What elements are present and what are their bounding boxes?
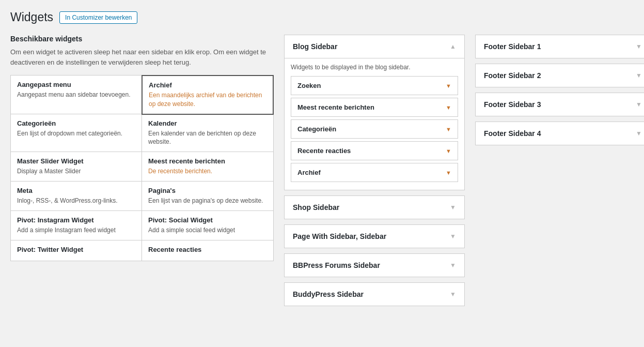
blog-sidebar-body: Widgets to be displayed in the blog side… <box>285 58 464 190</box>
blog-sidebar-panel: Blog Sidebar ▲ Widgets to be displayed i… <box>284 35 465 190</box>
widget-item[interactable]: Meest recente berichtenDe recentste beri… <box>142 152 273 182</box>
collapsed-sidebar-chevron: ▼ <box>450 204 456 211</box>
sidebar-widget-title: Zoeken <box>297 82 321 89</box>
footer-sidebar-chevron: ▼ <box>636 43 642 50</box>
collapsed-sidebar-panel: BBPress Forums Sidebar ▼ <box>284 253 465 277</box>
widget-item[interactable]: ArchiefEen maandelijks archief van de be… <box>142 75 274 115</box>
widget-item-desc: Add a simple social feed widget <box>148 226 267 235</box>
footer-sidebar-chevron: ▼ <box>636 130 642 137</box>
widget-item[interactable]: Pivot: Instagram WidgetAdd a simple Inst… <box>11 211 142 240</box>
collapsed-sidebar-header[interactable]: Page With Sidebar, Sidebar ▼ <box>285 225 464 248</box>
blog-sidebar-column: Blog Sidebar ▲ Widgets to be displayed i… <box>284 35 465 311</box>
widget-item-desc: Een lijst of dropdown met categorieën. <box>17 129 135 138</box>
widget-item-title: Master Slider Widget <box>17 157 135 165</box>
widget-item-desc: Een kalender van de berichten op deze we… <box>148 129 267 147</box>
footer-sidebar-title: Footer Sidebar 1 <box>484 42 541 51</box>
widget-item-desc: Een maandelijks archief van de berichten… <box>149 91 266 109</box>
collapsed-sidebar-title: BuddyPress Sidebar <box>293 290 364 298</box>
footer-sidebar-title: Footer Sidebar 4 <box>484 129 541 138</box>
widget-item-desc: Inlog-, RSS-, & WordPress.org-links. <box>17 197 135 205</box>
widget-item-desc: Add a simple Instagram feed widget <box>17 226 135 235</box>
footer-sidebar-header[interactable]: Footer Sidebar 2 ▼ <box>476 64 644 87</box>
footer-sidebar-panel: Footer Sidebar 1 ▼ <box>475 35 644 58</box>
widget-item[interactable]: Recente reacties <box>142 240 273 261</box>
page-title: Widgets <box>10 10 53 24</box>
widget-item-title: Aangepast menu <box>17 81 135 88</box>
customizer-button[interactable]: In Customizer bewerken <box>59 11 137 24</box>
footer-sidebar-title: Footer Sidebar 2 <box>484 71 541 80</box>
widget-item-title: Recente reacties <box>148 246 267 253</box>
sidebar-widget-item[interactable]: Meest recente berichten▼ <box>291 98 458 117</box>
collapsed-sidebar-chevron: ▼ <box>450 233 456 240</box>
collapsed-sidebar-panel: Shop Sidebar ▼ <box>284 195 465 219</box>
footer-sidebar-header[interactable]: Footer Sidebar 3 ▼ <box>476 93 644 116</box>
widget-item-desc: De recentste berichten. <box>148 167 267 176</box>
collapsed-sidebar-header[interactable]: Shop Sidebar ▼ <box>285 196 464 219</box>
widget-item-title: Meest recente berichten <box>148 157 267 165</box>
sidebar-widget-title: Meest recente berichten <box>297 103 374 111</box>
widget-item-desc: Display a Master Slider <box>17 167 135 176</box>
widget-item-title: Categorieën <box>17 119 135 127</box>
widget-item-title: Pivot: Twitter Widget <box>17 246 135 253</box>
collapsed-sidebar-title: BBPress Forums Sidebar <box>293 261 380 269</box>
sidebar-widget-chevron: ▼ <box>446 104 451 111</box>
available-widgets-heading: Beschikbare widgets <box>10 35 274 43</box>
footer-sidebar-chevron: ▼ <box>636 72 642 79</box>
collapsed-sidebar-title: Shop Sidebar <box>293 203 339 212</box>
footer-sidebar-header[interactable]: Footer Sidebar 4 ▼ <box>476 122 644 145</box>
sidebar-widget-chevron: ▼ <box>446 148 451 154</box>
collapsed-sidebar-chevron: ▼ <box>450 291 456 298</box>
sidebar-widget-item[interactable]: Archief▼ <box>291 163 458 182</box>
widget-item[interactable]: Pivot: Social WidgetAdd a simple social … <box>142 211 273 240</box>
widgets-grid: Aangepast menuAangepast menu aan sidebar… <box>10 75 274 261</box>
widget-item-title: Pagina's <box>148 187 267 194</box>
sidebars-area: Blog Sidebar ▲ Widgets to be displayed i… <box>284 35 644 311</box>
widget-item-title: Meta <box>17 187 135 194</box>
widget-item[interactable]: Pagina'sEen lijst van de pagina's op dez… <box>142 182 273 211</box>
sidebar-widget-title: Recente reacties <box>297 147 351 155</box>
collapsed-sidebar-header[interactable]: BBPress Forums Sidebar ▼ <box>285 254 464 277</box>
widget-item-title: Pivot: Social Widget <box>148 216 267 224</box>
collapsed-sidebar-header[interactable]: BuddyPress Sidebar ▼ <box>285 283 464 306</box>
widget-item[interactable]: MetaInlog-, RSS-, & WordPress.org-links. <box>11 182 142 211</box>
widget-item-desc: Aangepast menu aan sidebar toevoegen. <box>17 90 135 99</box>
widget-item[interactable]: CategorieënEen lijst of dropdown met cat… <box>11 114 142 153</box>
sidebar-widget-chevron: ▼ <box>446 170 451 176</box>
footer-sidebars-column: Footer Sidebar 1 ▼ Footer Sidebar 2 ▼ Fo… <box>475 35 644 311</box>
sidebar-widget-item[interactable]: Recente reacties▼ <box>291 141 458 160</box>
widget-item[interactable]: Aangepast menuAangepast menu aan sidebar… <box>11 76 142 114</box>
widget-item-title: Archief <box>149 81 266 89</box>
footer-sidebar-panel: Footer Sidebar 2 ▼ <box>475 64 644 87</box>
collapsed-sidebar-title: Page With Sidebar, Sidebar <box>293 232 386 240</box>
blog-sidebar-title: Blog Sidebar <box>293 42 337 51</box>
sidebar-widget-chevron: ▼ <box>446 83 451 89</box>
sidebar-widget-title: Categorieën <box>297 125 336 133</box>
collapsed-sidebar-panel: BuddyPress Sidebar ▼ <box>284 282 465 306</box>
sidebar-widget-item[interactable]: Categorieën▼ <box>291 119 458 139</box>
available-widgets-description: Om een widget te activeren sleep het naa… <box>10 47 274 67</box>
sidebar-widget-title: Archief <box>297 169 321 176</box>
collapsed-sidebar-panel: Page With Sidebar, Sidebar ▼ <box>284 224 465 248</box>
widget-item[interactable]: Pivot: Twitter Widget <box>11 240 142 261</box>
footer-sidebar-panel: Footer Sidebar 4 ▼ <box>475 122 644 145</box>
footer-sidebar-header[interactable]: Footer Sidebar 1 ▼ <box>476 35 644 58</box>
sidebar-widget-item[interactable]: Zoeken▼ <box>291 76 458 95</box>
footer-sidebar-panel: Footer Sidebar 3 ▼ <box>475 93 644 116</box>
blog-sidebar-chevron: ▲ <box>450 43 456 50</box>
widget-item-title: Kalender <box>148 119 267 127</box>
available-widgets-panel: Beschikbare widgets Om een widget te act… <box>10 35 274 261</box>
collapsed-sidebar-chevron: ▼ <box>450 262 456 269</box>
widget-item[interactable]: KalenderEen kalender van de berichten op… <box>142 114 273 153</box>
blog-sidebar-header[interactable]: Blog Sidebar ▲ <box>285 35 464 58</box>
blog-sidebar-desc: Widgets to be displayed in the blog side… <box>291 64 458 71</box>
sidebar-widget-chevron: ▼ <box>446 126 451 132</box>
footer-sidebar-chevron: ▼ <box>636 101 642 108</box>
widget-item-title: Pivot: Instagram Widget <box>17 216 135 224</box>
footer-sidebar-title: Footer Sidebar 3 <box>484 100 541 109</box>
widget-item[interactable]: Master Slider WidgetDisplay a Master Sli… <box>11 152 142 182</box>
widget-item-desc: Een lijst van de pagina's op deze websit… <box>148 197 267 205</box>
